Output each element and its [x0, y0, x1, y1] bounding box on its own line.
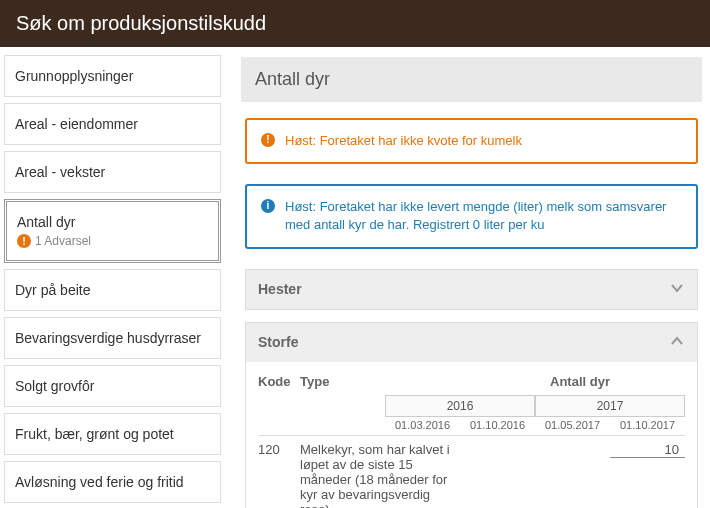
table-header-row: Kode Type Antall dyr — [258, 374, 685, 395]
sidebar-item-label: Grunnopplysninger — [15, 68, 133, 84]
sidebar-item-label: Antall dyr — [17, 214, 75, 230]
col-kode: Kode — [258, 374, 300, 389]
sidebar-item-label: Areal - eiendommer — [15, 116, 138, 132]
panel-storfe-header[interactable]: Storfe — [246, 323, 697, 362]
sidebar-item-antall-dyr[interactable]: Antall dyr ! 1 Advarsel — [4, 199, 221, 263]
chevron-up-icon — [669, 333, 685, 352]
layout: Grunnopplysninger Areal - eiendommer Are… — [0, 47, 710, 508]
sidebar-warning: ! 1 Advarsel — [17, 234, 208, 248]
panel-title: Hester — [258, 281, 302, 297]
alert-warning-icon: ! — [261, 133, 275, 147]
sidebar-item-areal-vekster[interactable]: Areal - vekster — [4, 151, 221, 193]
chevron-down-icon — [669, 280, 685, 299]
date-cell: 01.10.2016 — [460, 419, 535, 431]
sidebar-warning-text: 1 Advarsel — [35, 234, 91, 248]
app-title: Søk om produksjonstilskudd — [16, 12, 266, 34]
warning-icon: ! — [17, 234, 31, 248]
panel-storfe-body: Kode Type Antall dyr 2016 2017 01.03.201… — [246, 362, 697, 508]
panel-hester: Hester — [245, 269, 698, 310]
year-cell: 2016 — [385, 395, 535, 417]
alert-warning: ! Høst: Foretaket har ikke kvote for kum… — [245, 118, 698, 164]
sidebar-item-label: Bevaringsverdige husdyrraser — [15, 330, 201, 346]
cell-kode: 120 — [258, 442, 300, 508]
sidebar-item-frukt-baer[interactable]: Frukt, bær, grønt og potet — [4, 413, 221, 455]
sidebar-item-avlosning[interactable]: Avløsning ved ferie og fritid — [4, 461, 221, 503]
cell-value[interactable]: 10 — [610, 442, 685, 458]
col-antall: Antall dyr — [475, 374, 685, 389]
panel-title: Storfe — [258, 334, 298, 350]
date-cell: 01.05.2017 — [535, 419, 610, 431]
alert-info-icon: i — [261, 199, 275, 213]
main-content: Antall dyr ! Høst: Foretaket har ikke kv… — [225, 47, 710, 508]
panel-storfe: Storfe Kode Type Antall dyr 2016 2017 01… — [245, 322, 698, 508]
sidebar-item-label: Frukt, bær, grønt og potet — [15, 426, 174, 442]
year-row: 2016 2017 — [258, 395, 685, 417]
sidebar-item-label: Solgt grovfôr — [15, 378, 94, 394]
value-cells: 10 — [460, 442, 685, 508]
col-type: Type — [300, 374, 475, 389]
year-cell: 2017 — [535, 395, 685, 417]
sidebar-item-label: Areal - vekster — [15, 164, 105, 180]
sidebar-item-label: Dyr på beite — [15, 282, 90, 298]
alert-text: Høst: Foretaket har ikke kvote for kumel… — [285, 132, 522, 150]
sidebar-item-bevaringsverdige[interactable]: Bevaringsverdige husdyrraser — [4, 317, 221, 359]
sidebar-item-label: Avløsning ved ferie og fritid — [15, 474, 184, 490]
sidebar-item-areal-eiendommer[interactable]: Areal - eiendommer — [4, 103, 221, 145]
sidebar: Grunnopplysninger Areal - eiendommer Are… — [0, 47, 225, 508]
alert-text: Høst: Foretaket har ikke levert mengde (… — [285, 198, 682, 234]
table-row: 120 Melkekyr, som har kalvet i løpet av … — [258, 442, 685, 508]
sidebar-item-solgt-grovfor[interactable]: Solgt grovfôr — [4, 365, 221, 407]
date-row: 01.03.2016 01.10.2016 01.05.2017 01.10.2… — [258, 419, 685, 436]
panel-hester-header[interactable]: Hester — [246, 270, 697, 309]
date-cell: 01.03.2016 — [385, 419, 460, 431]
cell-type: Melkekyr, som har kalvet i løpet av de s… — [300, 442, 460, 508]
sidebar-item-grunnopplysninger[interactable]: Grunnopplysninger — [4, 55, 221, 97]
app-header: Søk om produksjonstilskudd — [0, 0, 710, 47]
alert-info: i Høst: Foretaket har ikke levert mengde… — [245, 184, 698, 248]
sidebar-item-dyr-paa-beite[interactable]: Dyr på beite — [4, 269, 221, 311]
page-title: Antall dyr — [241, 57, 702, 102]
date-cell: 01.10.2017 — [610, 419, 685, 431]
